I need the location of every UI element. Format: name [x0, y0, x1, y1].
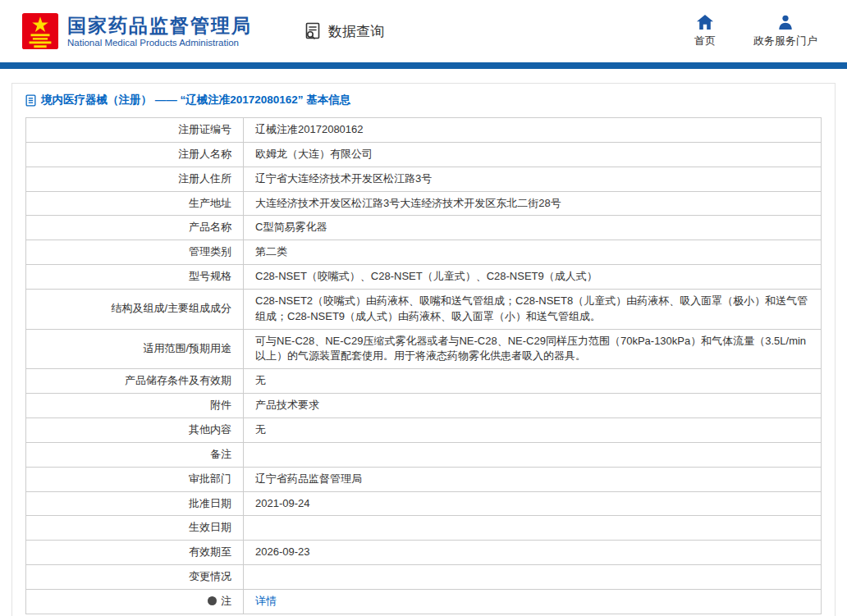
table-row: 生效日期 [26, 516, 822, 541]
org-name-en: National Medical Products Administration [67, 38, 252, 48]
row-label: 注册人住所 [26, 167, 244, 191]
row-value [244, 565, 822, 590]
user-icon [778, 15, 793, 30]
table-row: 变更情况 [26, 565, 822, 590]
breadcrumb: 境内医疗器械（注册） —— “辽械注准20172080162” 基本信息 [12, 84, 835, 115]
table-row: 注册人住所辽宁省大连经济技术开发区松江路3号 [26, 167, 822, 191]
national-emblem-icon [21, 12, 59, 50]
row-label: 注 [26, 589, 244, 614]
row-value: 辽械注准20172080162 [244, 118, 822, 143]
row-label: 有效期至 [26, 541, 244, 565]
table-row: 附件产品技术要求 [26, 394, 822, 418]
org-name-cn: 国家药品监督管理局 [67, 15, 252, 36]
document-search-icon [303, 21, 323, 41]
table-row: 审批部门辽宁省药品监督管理局 [26, 467, 822, 491]
site-logo[interactable]: 国家药品监督管理局 National Medical Products Admi… [21, 12, 252, 50]
row-label: 结构及组成/主要组成成分 [26, 289, 244, 329]
table-row: 产品储存条件及有效期无 [26, 369, 822, 394]
row-value: 无 [244, 369, 822, 394]
registration-info-table: 注册证编号辽械注准20172080162注册人名称欧姆龙（大连）有限公司注册人住… [25, 117, 822, 614]
org-names: 国家药品监督管理局 National Medical Products Admi… [67, 15, 252, 48]
row-label: 备注 [26, 442, 244, 467]
row-value: 可与NE-C28、NE-C29压缩式雾化器或者与NE-C28、NE-C29同样压… [244, 329, 822, 369]
row-label: 适用范围/预期用途 [26, 329, 244, 369]
table-row: 结构及组成/主要组成成分C28-NSET2（咬嘴式）由药液杯、吸嘴和送气管组成；… [26, 289, 822, 329]
row-value [244, 442, 822, 467]
table-row: 产品名称C型简易雾化器 [26, 216, 822, 240]
header-divider-bar [0, 62, 847, 69]
row-label: 产品储存条件及有效期 [26, 369, 244, 394]
table-row: 有效期至2026-09-23 [26, 541, 822, 565]
row-value: 详情 [244, 589, 822, 614]
row-value: 无 [244, 418, 822, 442]
row-value: C28-NSET（咬嘴式）、C28-NSET（儿童式）、C28-NSET9（成人… [244, 265, 822, 290]
row-label: 产品名称 [26, 216, 244, 240]
row-label: 型号规格 [26, 265, 244, 290]
row-value: 产品技术要求 [244, 394, 822, 418]
document-icon [25, 94, 36, 107]
row-value: 欧姆龙（大连）有限公司 [244, 142, 822, 167]
table-row: 适用范围/预期用途可与NE-C28、NE-C29压缩式雾化器或者与NE-C28、… [26, 329, 822, 369]
nav-data-query-label: 数据查询 [328, 22, 384, 41]
content-panel: 境内医疗器械（注册） —— “辽械注准20172080162” 基本信息 注册证… [11, 83, 836, 616]
row-value [244, 516, 822, 541]
breadcrumb-text: 境内医疗器械（注册） —— “辽械注准20172080162” 基本信息 [41, 93, 350, 107]
row-value: C28-NSET2（咬嘴式）由药液杯、吸嘴和送气管组成；C28-NSET8（儿童… [244, 289, 822, 329]
table-row: 批准日期2021-09-24 [26, 491, 822, 516]
info-table-body: 注册证编号辽械注准20172080162注册人名称欧姆龙（大连）有限公司注册人住… [26, 118, 822, 614]
nav-portal-label: 政务服务门户 [753, 34, 817, 48]
table-row: 注详情 [26, 589, 822, 614]
row-value: 辽宁省药品监督管理局 [244, 467, 822, 491]
site-header: 国家药品监督管理局 National Medical Products Admi… [0, 0, 847, 62]
table-row: 备注 [26, 442, 822, 467]
table-row: 型号规格C28-NSET（咬嘴式）、C28-NSET（儿童式）、C28-NSET… [26, 265, 822, 290]
note-icon [208, 596, 217, 605]
row-label: 生效日期 [26, 516, 244, 541]
row-label: 注册证编号 [26, 118, 244, 143]
row-label: 附件 [26, 394, 244, 418]
table-row: 注册人名称欧姆龙（大连）有限公司 [26, 142, 822, 167]
home-icon [697, 15, 713, 30]
row-label: 其他内容 [26, 418, 244, 442]
table-row: 生产地址大连经济技术开发区松江路3号大连经济技术开发区东北二街28号 [26, 191, 822, 216]
detail-link[interactable]: 详情 [255, 595, 277, 607]
nav-home-label: 首页 [694, 34, 716, 48]
row-value: 第二类 [244, 240, 822, 265]
row-label: 生产地址 [26, 191, 244, 216]
row-label: 批准日期 [26, 491, 244, 516]
row-value: 大连经济技术开发区松江路3号大连经济技术开发区东北二街28号 [244, 191, 822, 216]
table-row: 管理类别第二类 [26, 240, 822, 265]
table-row: 注册证编号辽械注准20172080162 [26, 118, 822, 143]
table-row: 其他内容无 [26, 418, 822, 442]
row-label: 管理类别 [26, 240, 244, 265]
nav-portal[interactable]: 政务服务门户 [753, 15, 817, 48]
header-right-nav: 首页 政务服务门户 [694, 15, 822, 48]
row-label: 变更情况 [26, 565, 244, 590]
row-label: 审批部门 [26, 467, 244, 491]
nav-data-query[interactable]: 数据查询 [303, 21, 384, 41]
row-value: 2026-09-23 [244, 541, 822, 565]
row-value: 2021-09-24 [244, 491, 822, 516]
row-value: 辽宁省大连经济技术开发区松江路3号 [244, 167, 822, 191]
nav-home[interactable]: 首页 [694, 15, 716, 48]
registration-info-table-wrap: 注册证编号辽械注准20172080162注册人名称欧姆龙（大连）有限公司注册人住… [12, 115, 835, 616]
row-label: 注册人名称 [26, 142, 244, 167]
row-value: C型简易雾化器 [244, 216, 822, 240]
